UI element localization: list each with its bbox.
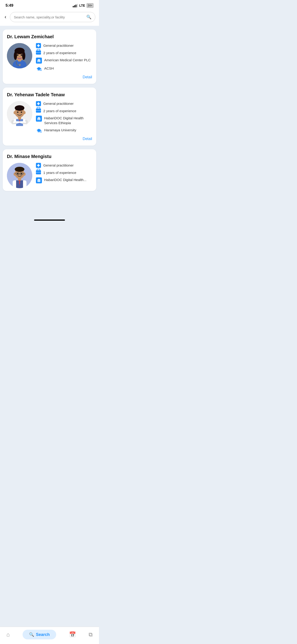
svg-rect-13 [39, 60, 40, 61]
specialty-text-2: General practitioner [43, 101, 74, 106]
svg-rect-35 [38, 119, 39, 120]
svg-point-41 [40, 132, 42, 133]
svg-rect-19 [41, 68, 41, 70]
facility-text-1: American Medical Center PLC [44, 58, 91, 62]
education-text-2: Haramaya University [44, 128, 76, 132]
svg-point-10 [19, 64, 21, 66]
svg-marker-63 [38, 179, 40, 180]
briefcase-icon-3 [36, 170, 41, 174]
search-header: ‹ 🔍 [0, 10, 99, 26]
svg-point-49 [14, 172, 16, 176]
svg-point-51 [17, 173, 18, 174]
doctor-name-1: Dr. Lewam Zemichael [7, 34, 92, 40]
svg-rect-12 [38, 60, 39, 61]
specialty-text-1: General practitioner [43, 43, 74, 48]
svg-rect-14 [38, 61, 39, 62]
experience-text-1: 2 years of experience [43, 50, 76, 55]
svg-rect-59 [38, 180, 39, 180]
avatar-svg-3 [7, 163, 32, 188]
specialty-row-1: General practitioner [36, 43, 92, 48]
graduation-icon-1 [36, 66, 42, 72]
facility-row-2: HabariDOC Digital Health Services Ethiop… [36, 116, 92, 125]
svg-rect-37 [38, 120, 39, 120]
facility-text-2: HabariDOC Digital Health Services Ethiop… [44, 116, 92, 125]
specialty-row-2: General practitioner [36, 101, 92, 106]
medical-cross-icon-1 [36, 43, 41, 48]
home-indicator [34, 220, 65, 221]
building-icon-1 [36, 58, 42, 64]
experience-row-3: 1 years of experience [36, 170, 92, 175]
doctor-name-2: Dr. Yehenaw Tadele Tenaw [7, 92, 92, 98]
specialty-row-3: General practitioner [36, 163, 92, 168]
building-icon-2 [36, 116, 42, 122]
search-bar-container[interactable]: 🔍 [10, 12, 95, 22]
briefcase-icon-2 [36, 108, 41, 113]
doctor-card-1: Dr. Lewam Zemichael [3, 30, 96, 84]
experience-text-2: 2 years of experience [43, 108, 76, 113]
svg-marker-17 [38, 59, 40, 60]
time-display: 5:49 [6, 3, 13, 8]
education-row-2: Haramaya University [36, 128, 92, 134]
svg-rect-36 [39, 119, 40, 120]
svg-rect-62 [39, 181, 40, 182]
facility-text-3: HabariDOC Digital Health... [44, 177, 86, 182]
svg-rect-61 [38, 181, 39, 182]
doctor-name-3: Dr. Minase Mengistu [7, 154, 92, 159]
battery-indicator: 24+ [86, 3, 94, 8]
status-bar: 5:49 LTE 24+ [0, 0, 99, 10]
education-row-1: ACSH [36, 66, 92, 72]
detail-button-2[interactable]: Detail [83, 137, 92, 141]
svg-point-27 [15, 105, 24, 111]
search-input[interactable] [14, 15, 84, 19]
svg-point-48 [15, 167, 24, 172]
svg-rect-40 [41, 130, 41, 132]
svg-point-30 [17, 112, 18, 113]
svg-rect-15 [39, 61, 40, 62]
experience-row-2: 2 years of experience [36, 108, 92, 113]
svg-point-29 [23, 111, 26, 114]
search-icon: 🔍 [86, 14, 92, 20]
signal-icon [73, 4, 78, 7]
card-footer-2: Detail [7, 137, 92, 141]
facility-row-1: American Medical Center PLC [36, 58, 92, 64]
doctor-body-1: General practitioner 2 years of experien… [7, 43, 92, 72]
doctor-avatar-1 [7, 43, 32, 68]
medical-cross-icon-3 [36, 163, 41, 168]
back-button[interactable]: ‹ [4, 13, 7, 21]
doctor-info-3: General practitioner 1 years of experien… [36, 163, 92, 183]
svg-point-20 [40, 70, 42, 71]
experience-row-1: 2 years of experience [36, 50, 92, 55]
doctor-avatar-3 [7, 163, 32, 188]
medical-cross-icon-2 [36, 101, 41, 106]
svg-point-50 [23, 172, 26, 176]
doctor-card-3: Dr. Minase Mengistu [3, 149, 96, 191]
briefcase-icon-1 [36, 50, 41, 54]
avatar-svg-2 [7, 101, 32, 126]
svg-point-7 [17, 54, 18, 56]
svg-point-9 [19, 56, 20, 57]
graduation-icon-2 [36, 128, 42, 134]
svg-point-28 [14, 111, 16, 114]
doctor-card-2: Dr. Yehenaw Tadele Tenaw [3, 88, 96, 146]
specialty-text-3: General practitioner [43, 163, 74, 168]
building-icon-3 [36, 177, 42, 183]
svg-point-31 [21, 112, 22, 113]
svg-rect-60 [39, 180, 40, 180]
svg-point-52 [21, 173, 22, 174]
facility-row-3: HabariDOC Digital Health... [36, 177, 92, 183]
doctor-body-2: General practitioner 2 years of experien… [7, 101, 92, 134]
detail-button-1[interactable]: Detail [83, 75, 92, 79]
network-label: LTE [79, 4, 85, 7]
doctor-info-2: General practitioner 2 years of experien… [36, 101, 92, 134]
experience-text-3: 1 years of experience [43, 170, 76, 175]
svg-point-5 [14, 52, 17, 60]
doctor-avatar-2 [7, 101, 32, 126]
svg-rect-16 [38, 62, 39, 62]
status-indicators: LTE 24+ [73, 3, 94, 8]
avatar-svg-1 [7, 43, 32, 68]
card-footer-1: Detail [7, 75, 92, 79]
svg-rect-33 [38, 118, 39, 119]
svg-point-6 [22, 52, 25, 60]
education-text-1: ACSH [44, 66, 54, 71]
doctor-info-1: General practitioner 2 years of experien… [36, 43, 92, 72]
